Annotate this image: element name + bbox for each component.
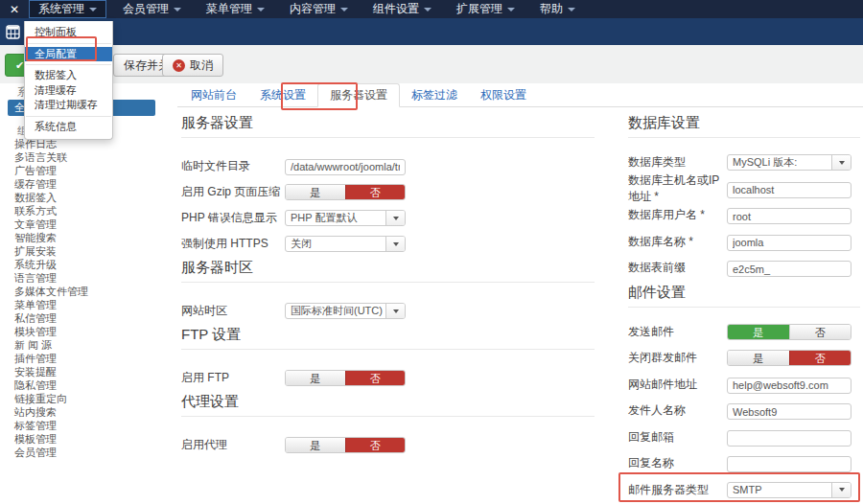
toggle-option[interactable]: 是	[286, 371, 345, 385]
toggle-option[interactable]: 是	[728, 351, 789, 365]
topnav-item[interactable]: 系统管理	[29, 0, 106, 18]
field-label: 启用 FTP	[181, 370, 285, 386]
dropdown-item[interactable]: 清理缓存	[25, 83, 112, 99]
chevron-down-icon	[393, 242, 399, 246]
text-input[interactable]	[727, 208, 851, 224]
select-input[interactable]: 国际标准时间(UTC)	[285, 303, 406, 319]
sidebar-item[interactable]: 插件管理	[0, 352, 177, 365]
sidebar-item[interactable]: 隐私管理	[0, 378, 177, 392]
sidebar-item[interactable]: 模块管理	[0, 325, 177, 338]
select-caret-button[interactable]	[385, 304, 405, 318]
text-input[interactable]	[727, 235, 851, 251]
sidebar: 系统全局配置组件操作日志多语言关联广告管理缓存管理数据签入联系方式文章管理智能搜…	[0, 83, 177, 504]
toggle-option[interactable]: 否	[345, 185, 406, 199]
cancel-button[interactable]: ✕ 取消	[162, 54, 223, 77]
sidebar-item[interactable]: 数据签入	[0, 191, 177, 204]
select-caret-button[interactable]	[831, 483, 851, 497]
sidebar-item[interactable]: 站内搜索	[0, 405, 177, 419]
field-control: 是否	[285, 370, 406, 386]
sidebar-item[interactable]: 链接重定向	[0, 392, 177, 405]
select-input[interactable]: SMTP	[727, 482, 851, 498]
tab-active[interactable]: 服务器设置	[317, 83, 400, 107]
field-control: MySQLi 版本:	[727, 154, 851, 171]
dropdown-item[interactable]: 控制面板	[25, 25, 112, 40]
text-input[interactable]	[727, 182, 851, 198]
sidebar-item[interactable]: 会员管理	[0, 446, 177, 459]
topnav-item-label: 帮助	[540, 1, 563, 17]
select-caret-button[interactable]	[385, 237, 405, 251]
topnav-item[interactable]: 组件设置	[364, 0, 440, 18]
dropdown-item[interactable]: 清理过期缓存	[25, 98, 112, 113]
sidebar-item[interactable]: 私信管理	[0, 311, 177, 325]
sidebar-item[interactable]: 缓存管理	[0, 177, 177, 191]
text-input[interactable]	[727, 378, 851, 394]
toggle-option[interactable]: 是	[286, 185, 345, 199]
field-control	[727, 207, 851, 225]
topnav-item[interactable]: 菜单管理	[198, 0, 273, 18]
sidebar-item[interactable]: 标签管理	[0, 419, 177, 432]
field-label: 数据库用户名 *	[628, 207, 727, 223]
chevron-down-icon	[424, 8, 432, 11]
chevron-down-icon	[507, 8, 515, 11]
toggle-option[interactable]: 是	[728, 325, 789, 339]
sidebar-item[interactable]: 广告管理	[0, 164, 177, 177]
select-input[interactable]: PHP 配置默认	[285, 210, 406, 226]
sidebar-item[interactable]: 模板管理	[0, 432, 177, 446]
sidebar-item[interactable]: 扩展安装	[0, 244, 177, 258]
dropdown-item[interactable]: 全局配置	[25, 47, 112, 62]
tab-item[interactable]: 网站前台	[179, 84, 248, 106]
sidebar-item[interactable]: 多语言关联	[0, 150, 177, 164]
topnav-item[interactable]: 帮助	[531, 0, 584, 18]
toggle-option[interactable]: 否	[345, 438, 406, 452]
sidebar-item[interactable]: 文章管理	[0, 218, 177, 231]
form-row: 数据库主机名或IP地址 *	[628, 176, 860, 203]
topnav-item[interactable]: 会员管理	[114, 0, 190, 18]
sidebar-item[interactable]: 多媒体文件管理	[0, 285, 177, 298]
text-input[interactable]	[727, 261, 851, 277]
topnav-item[interactable]: 扩展管理	[448, 0, 524, 18]
tab-item[interactable]: 标签过滤	[400, 84, 469, 106]
form-row: PHP 错误信息显示PHP 配置默认	[181, 205, 595, 231]
field-label: 启用 Gzip 页面压缩	[181, 184, 285, 200]
toggle-option[interactable]: 否	[789, 325, 851, 339]
select-caret-button[interactable]	[385, 211, 405, 225]
topnav-item-label: 系统管理	[38, 1, 84, 17]
toggle-group: 是否	[285, 370, 406, 386]
text-input[interactable]	[727, 430, 851, 447]
form-row: 发送邮件是否	[628, 319, 860, 346]
topnav-item[interactable]: 内容管理	[281, 0, 357, 18]
text-input[interactable]	[727, 456, 851, 472]
dropdown-item[interactable]: 数据签入	[25, 68, 112, 83]
tab-item[interactable]: 系统设置	[248, 84, 317, 106]
field-label: 回复邮箱	[628, 429, 727, 446]
sidebar-item[interactable]: 新 闻 源	[0, 338, 177, 352]
field-label: PHP 错误信息显示	[181, 210, 285, 226]
form-row: 数据库用户名 *	[628, 202, 860, 229]
sidebar-item[interactable]: 系统升级	[0, 258, 177, 271]
sidebar-item[interactable]: 智能搜索	[0, 231, 177, 244]
toggle-option[interactable]: 否	[789, 351, 851, 365]
text-input[interactable]	[285, 159, 406, 175]
select-caret-button[interactable]	[831, 155, 851, 170]
cancel-circle-icon: ✕	[173, 59, 185, 72]
section-title: FTP 设置	[181, 327, 595, 350]
select-value: SMTP	[728, 483, 831, 497]
sidebar-item[interactable]: 菜单管理	[0, 298, 177, 311]
sidebar-item[interactable]: 安装提醒	[0, 365, 177, 378]
form-section: 服务器时区网站时区国际标准时间(UTC)	[181, 260, 595, 324]
field-control	[727, 455, 851, 473]
toggle-option[interactable]: 是	[286, 438, 345, 452]
section-fields: 临时文件目录启用 Gzip 页面压缩是否PHP 错误信息显示PHP 配置默认强制…	[181, 138, 595, 257]
dropdown-item[interactable]: 系统信息	[25, 120, 112, 135]
select-input[interactable]: 关闭	[285, 236, 406, 252]
sidebar-item[interactable]: 语言管理	[0, 271, 177, 285]
tab-item[interactable]: 权限设置	[469, 84, 538, 106]
text-input[interactable]	[727, 403, 851, 420]
toggle-option[interactable]: 否	[345, 371, 406, 385]
field-control: SMTP	[727, 482, 851, 498]
select-input[interactable]: MySQLi 版本:	[727, 154, 851, 171]
form-column-left: 服务器设置临时文件目录启用 Gzip 页面压缩是否PHP 错误信息显示PHP 配…	[181, 107, 595, 458]
joomla-logo-icon[interactable]: ✕	[0, 0, 29, 18]
chevron-down-icon	[839, 488, 845, 492]
sidebar-item[interactable]: 联系方式	[0, 204, 177, 218]
